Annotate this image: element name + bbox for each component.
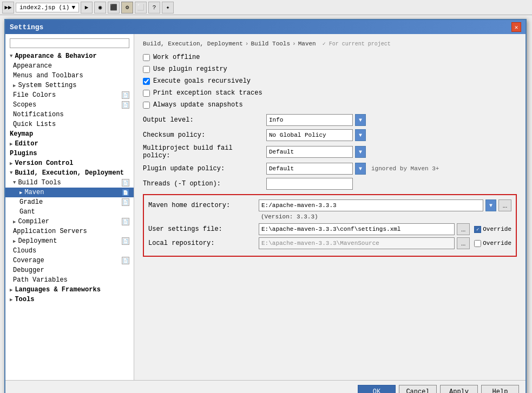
settings-btn[interactable]: ⚙ (121, 2, 133, 14)
layout-btn[interactable]: ⬜ (135, 2, 147, 14)
toolbar-btn-1[interactable]: ▶▶ (2, 2, 14, 14)
toolbar-file[interactable]: index2.jsp (1) ▼ (16, 3, 79, 12)
debug-btn[interactable]: ◉ (94, 2, 106, 14)
run-btn[interactable]: ▶ (81, 2, 93, 14)
help-btn[interactable]: ? (148, 2, 160, 14)
toolbar: ▶▶ index2.jsp (1) ▼ ▶ ◉ ⬛ ⚙ ⬜ ? ✦ (0, 0, 532, 15)
stop-btn[interactable]: ⬛ (108, 2, 120, 14)
file-label: index2.jsp (1) (19, 4, 69, 11)
dropdown-arrow[interactable]: ▼ (71, 4, 75, 11)
extra-btn[interactable]: ✦ (162, 2, 174, 14)
